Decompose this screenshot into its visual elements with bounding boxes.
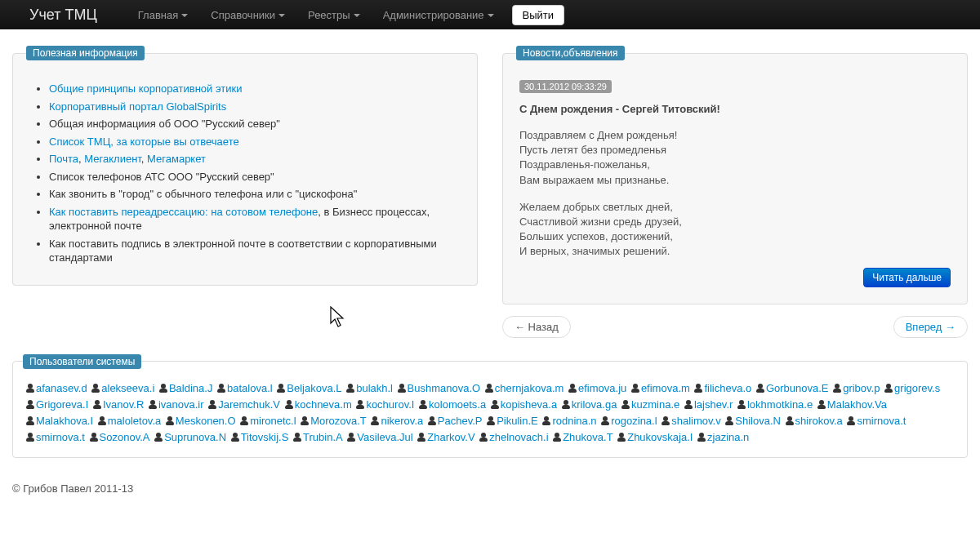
user-link[interactable]: shalimov.v: [671, 415, 720, 427]
user-link[interactable]: Meskonen.O: [176, 415, 236, 427]
user-icon: [240, 416, 248, 425]
user-link[interactable]: Trubin.A: [303, 431, 343, 443]
user-item: filicheva.o: [694, 382, 751, 394]
info-link[interactable]: Мегамаркет: [147, 153, 206, 165]
brand[interactable]: Учет ТМЦ: [16, 2, 110, 29]
user-icon: [293, 433, 301, 442]
user-link[interactable]: Malakhova.I: [36, 415, 93, 427]
user-link[interactable]: Gorbunova.E: [766, 382, 829, 394]
user-link[interactable]: Grigoreva.I: [36, 398, 88, 411]
user-link[interactable]: gribov.p: [843, 382, 880, 394]
user-icon: [697, 433, 706, 442]
user-link[interactable]: Pachev.P: [438, 415, 483, 427]
user-icon: [301, 416, 309, 425]
user-link[interactable]: grigorev.s: [894, 382, 940, 394]
news-body: Поздравляем с Днем рожденья! Пусть летят…: [519, 128, 951, 260]
user-link[interactable]: rodnina.n: [552, 415, 596, 427]
user-link[interactable]: alekseeva.i: [101, 382, 154, 394]
logout-button[interactable]: Выйти: [512, 5, 565, 25]
info-link[interactable]: Общие принципы корпоративной этики: [49, 82, 242, 95]
user-icon: [847, 416, 855, 425]
user-icon: [26, 433, 34, 442]
user-link[interactable]: efimova.ju: [578, 382, 626, 394]
user-link[interactable]: shirokov.a: [795, 415, 843, 427]
user-list: afanasev.d alekseeva.i Baldina.J batalov…: [26, 380, 954, 447]
user-link[interactable]: rogozina.l: [611, 415, 657, 427]
info-link[interactable]: Корпоративный портал GlobalSpirits: [49, 100, 226, 113]
nav-menu: Главная Справочники Реестры Администриро…: [127, 2, 506, 29]
user-link[interactable]: bulakh.l: [356, 382, 393, 394]
user-link[interactable]: filicheva.o: [704, 382, 751, 394]
user-item: kuzmina.e: [621, 398, 679, 411]
user-link[interactable]: Suprunova.N: [164, 431, 226, 443]
user-link[interactable]: Sozonov.A: [100, 431, 150, 443]
user-link[interactable]: nikerov.a: [381, 415, 423, 427]
user-link[interactable]: chernjakova.m: [495, 382, 564, 394]
info-list: Общие принципы корпоративной этикиКорпор…: [49, 82, 461, 265]
user-link[interactable]: Pikulin.E: [497, 415, 538, 427]
news-legend: Новости,объявления: [516, 46, 625, 60]
info-link[interactable]: Почта: [49, 153, 78, 165]
nav-home[interactable]: Главная: [127, 2, 199, 29]
user-link[interactable]: krilova.ga: [572, 398, 617, 411]
user-item: kochurov.I: [356, 398, 414, 411]
user-link[interactable]: ivanova.ir: [158, 398, 204, 411]
user-link[interactable]: Ivanov.R: [103, 398, 144, 411]
user-link[interactable]: maloletov.a: [108, 415, 162, 427]
user-link[interactable]: Jaremchuk.V: [218, 398, 280, 411]
info-item: Почта, Мегаклиент, Мегамаркет: [49, 152, 461, 167]
read-more-button[interactable]: Читать дальше: [863, 268, 951, 287]
info-legend: Полезная информация: [26, 46, 145, 60]
user-link[interactable]: Titovskij.S: [241, 431, 289, 443]
user-link[interactable]: batalova.l: [227, 382, 273, 394]
user-link[interactable]: zjazina.n: [707, 431, 749, 443]
user-item: Meskonen.O: [166, 415, 236, 427]
user-icon: [631, 384, 639, 393]
user-icon: [553, 433, 561, 442]
info-link[interactable]: Список ТМЦ, за которые вы отвечаете: [49, 136, 239, 148]
info-link[interactable]: Мегаклиент: [84, 153, 141, 165]
info-link[interactable]: Как поставить переадрессацию: на сотовом…: [49, 206, 318, 218]
user-link[interactable]: Zharkov.V: [427, 431, 474, 443]
user-icon: [684, 400, 693, 409]
pager-next[interactable]: Вперед →: [893, 316, 968, 338]
info-item: Список ТМЦ, за которые вы отвечаете: [49, 135, 461, 149]
user-link[interactable]: Vasileva.Jul: [357, 431, 412, 443]
user-link[interactable]: efimova.m: [641, 382, 690, 394]
user-item: Zharkov.V: [417, 431, 474, 443]
nav-admin[interactable]: Администрирование: [372, 2, 506, 29]
user-link[interactable]: smirnova.t: [857, 415, 906, 427]
user-item: Grigoreva.I: [26, 398, 88, 411]
pager-prev[interactable]: ← Назад: [502, 316, 571, 338]
user-link[interactable]: mironetc.l: [250, 415, 296, 427]
user-item: Ivanov.R: [93, 398, 144, 411]
user-link[interactable]: kolomoets.a: [429, 398, 486, 411]
user-item: smirnova.t: [847, 415, 906, 427]
user-link[interactable]: kuzmina.e: [631, 398, 679, 411]
user-link[interactable]: Bushmanova.O: [408, 382, 481, 394]
user-link[interactable]: lokhmotkina.e: [747, 398, 813, 411]
user-link[interactable]: smirnova.t: [36, 431, 85, 443]
news-title: С Днем рождения - Сергей Титовский!: [519, 103, 951, 115]
user-link[interactable]: Beljakova.L: [287, 382, 341, 394]
user-link[interactable]: lajshev.r: [694, 398, 733, 411]
news-panel: Новости,объявления 30.11.2012 09:33:29 С…: [502, 46, 968, 304]
info-text: Список телефонов АТС ООО "Русский север": [49, 171, 274, 183]
user-link[interactable]: Morozova.T: [310, 415, 367, 427]
user-icon: [371, 416, 379, 425]
user-link[interactable]: kopisheva.a: [501, 398, 557, 411]
user-link[interactable]: Zhukova.T: [563, 431, 612, 443]
user-link[interactable]: kochneva.m: [295, 398, 352, 411]
user-icon: [756, 384, 764, 393]
user-link[interactable]: Baldina.J: [169, 382, 212, 394]
user-link[interactable]: Shilova.N: [735, 415, 781, 427]
user-link[interactable]: Zhukovskaja.I: [627, 431, 693, 443]
user-link[interactable]: zhelnovach.i: [489, 431, 548, 443]
user-link[interactable]: Malakhov.Va: [827, 398, 887, 411]
user-item: Beljakova.L: [277, 382, 341, 394]
user-link[interactable]: afanasev.d: [36, 382, 87, 394]
news-date-badge: 30.11.2012 09:33:29: [519, 80, 612, 93]
user-link[interactable]: kochurov.I: [366, 398, 414, 411]
nav-references[interactable]: Справочники: [199, 2, 296, 29]
nav-registers[interactable]: Реестры: [296, 2, 372, 29]
